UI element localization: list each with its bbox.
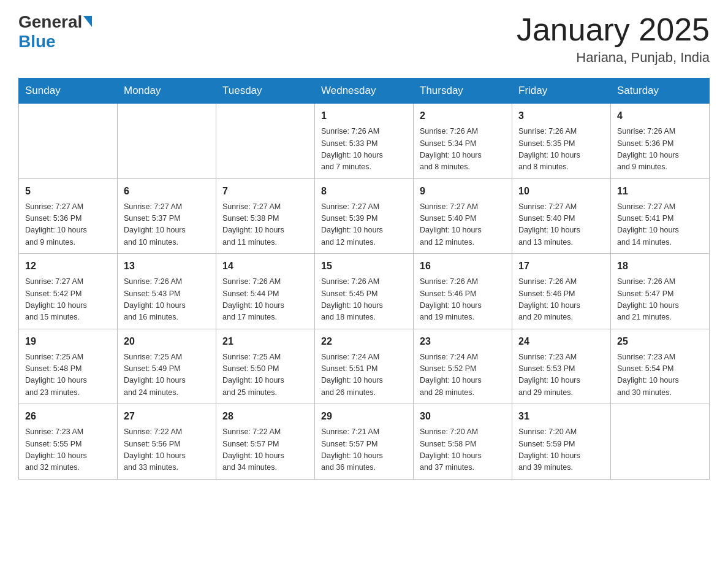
calendar-cell [19, 104, 118, 179]
weekday-header-monday: Monday [118, 79, 216, 104]
calendar-cell: 9Sunrise: 7:27 AMSunset: 5:40 PMDaylight… [414, 178, 512, 254]
day-info: Sunrise: 7:26 AMSunset: 5:46 PMDaylight:… [518, 276, 604, 324]
day-info: Sunrise: 7:27 AMSunset: 5:40 PMDaylight:… [420, 201, 506, 249]
day-number: 23 [420, 334, 506, 349]
calendar-cell: 26Sunrise: 7:23 AMSunset: 5:55 PMDayligh… [19, 404, 118, 480]
calendar-cell: 8Sunrise: 7:27 AMSunset: 5:39 PMDaylight… [315, 178, 414, 254]
day-info: Sunrise: 7:22 AMSunset: 5:57 PMDaylight:… [222, 426, 308, 474]
calendar-cell: 15Sunrise: 7:26 AMSunset: 5:45 PMDayligh… [315, 254, 414, 329]
day-info: Sunrise: 7:26 AMSunset: 5:35 PMDaylight:… [518, 126, 604, 174]
day-info: Sunrise: 7:26 AMSunset: 5:33 PMDaylight:… [321, 126, 407, 174]
day-number: 4 [617, 109, 703, 123]
calendar-cell: 23Sunrise: 7:24 AMSunset: 5:52 PMDayligh… [414, 329, 512, 404]
day-info: Sunrise: 7:22 AMSunset: 5:56 PMDaylight:… [124, 426, 210, 474]
calendar-table: SundayMondayTuesdayWednesdayThursdayFrid… [18, 78, 710, 480]
day-number: 26 [25, 409, 111, 424]
day-number: 29 [321, 409, 407, 424]
day-number: 3 [518, 109, 604, 123]
calendar-cell: 19Sunrise: 7:25 AMSunset: 5:48 PMDayligh… [19, 329, 118, 404]
day-info: Sunrise: 7:27 AMSunset: 5:40 PMDaylight:… [518, 201, 604, 249]
calendar-cell: 5Sunrise: 7:27 AMSunset: 5:36 PMDaylight… [19, 178, 118, 254]
calendar-cell [216, 104, 315, 179]
calendar-cell: 6Sunrise: 7:27 AMSunset: 5:37 PMDaylight… [118, 178, 216, 254]
day-number: 8 [321, 184, 407, 199]
day-number: 25 [617, 334, 703, 349]
day-info: Sunrise: 7:26 AMSunset: 5:47 PMDaylight:… [617, 276, 703, 324]
day-number: 7 [222, 184, 308, 199]
calendar-cell: 14Sunrise: 7:26 AMSunset: 5:44 PMDayligh… [216, 254, 315, 329]
day-info: Sunrise: 7:27 AMSunset: 5:38 PMDaylight:… [222, 201, 308, 249]
day-info: Sunrise: 7:23 AMSunset: 5:55 PMDaylight:… [25, 426, 111, 474]
day-info: Sunrise: 7:26 AMSunset: 5:46 PMDaylight:… [420, 276, 506, 324]
weekday-header-friday: Friday [512, 79, 611, 104]
calendar-cell: 2Sunrise: 7:26 AMSunset: 5:34 PMDaylight… [414, 104, 512, 179]
calendar-cell: 29Sunrise: 7:21 AMSunset: 5:57 PMDayligh… [315, 404, 414, 480]
day-number: 24 [518, 334, 604, 349]
day-number: 5 [25, 184, 111, 199]
day-number: 20 [124, 334, 210, 349]
calendar-week-row: 26Sunrise: 7:23 AMSunset: 5:55 PMDayligh… [19, 404, 710, 480]
logo-arrow-icon [83, 16, 92, 27]
month-title: January 2025 [517, 12, 710, 47]
weekday-header-sunday: Sunday [19, 79, 118, 104]
day-info: Sunrise: 7:25 AMSunset: 5:50 PMDaylight:… [222, 351, 308, 399]
day-number: 22 [321, 334, 407, 349]
day-number: 6 [124, 184, 210, 199]
calendar-cell: 7Sunrise: 7:27 AMSunset: 5:38 PMDaylight… [216, 178, 315, 254]
calendar-cell: 20Sunrise: 7:25 AMSunset: 5:49 PMDayligh… [118, 329, 216, 404]
calendar-week-row: 12Sunrise: 7:27 AMSunset: 5:42 PMDayligh… [19, 254, 710, 329]
calendar-week-row: 19Sunrise: 7:25 AMSunset: 5:48 PMDayligh… [19, 329, 710, 404]
day-info: Sunrise: 7:27 AMSunset: 5:39 PMDaylight:… [321, 201, 407, 249]
day-number: 30 [420, 409, 506, 424]
title-area: January 2025 Hariana, Punjab, India [517, 12, 710, 66]
day-number: 28 [222, 409, 308, 424]
day-info: Sunrise: 7:23 AMSunset: 5:54 PMDaylight:… [617, 351, 703, 399]
calendar-cell: 3Sunrise: 7:26 AMSunset: 5:35 PMDaylight… [512, 104, 611, 179]
calendar-cell: 13Sunrise: 7:26 AMSunset: 5:43 PMDayligh… [118, 254, 216, 329]
calendar-cell: 21Sunrise: 7:25 AMSunset: 5:50 PMDayligh… [216, 329, 315, 404]
page-header: General Blue January 2025 Hariana, Punja… [18, 12, 710, 66]
day-number: 1 [321, 109, 407, 123]
weekday-header-tuesday: Tuesday [216, 79, 315, 104]
weekday-header-thursday: Thursday [414, 79, 512, 104]
day-info: Sunrise: 7:25 AMSunset: 5:48 PMDaylight:… [25, 351, 111, 399]
day-info: Sunrise: 7:21 AMSunset: 5:57 PMDaylight:… [321, 426, 407, 474]
day-info: Sunrise: 7:26 AMSunset: 5:34 PMDaylight:… [420, 126, 506, 174]
day-number: 2 [420, 109, 506, 123]
weekday-header-row: SundayMondayTuesdayWednesdayThursdayFrid… [19, 79, 710, 104]
day-number: 31 [518, 409, 604, 424]
day-info: Sunrise: 7:23 AMSunset: 5:53 PMDaylight:… [518, 351, 604, 399]
logo: General Blue [18, 12, 92, 52]
calendar-cell: 22Sunrise: 7:24 AMSunset: 5:51 PMDayligh… [315, 329, 414, 404]
calendar-week-row: 5Sunrise: 7:27 AMSunset: 5:36 PMDaylight… [19, 178, 710, 254]
calendar-week-row: 1Sunrise: 7:26 AMSunset: 5:33 PMDaylight… [19, 104, 710, 179]
calendar-cell: 12Sunrise: 7:27 AMSunset: 5:42 PMDayligh… [19, 254, 118, 329]
calendar-cell: 25Sunrise: 7:23 AMSunset: 5:54 PMDayligh… [611, 329, 710, 404]
day-number: 17 [518, 259, 604, 274]
logo-blue-part [82, 17, 92, 27]
day-number: 27 [124, 409, 210, 424]
day-info: Sunrise: 7:27 AMSunset: 5:41 PMDaylight:… [617, 201, 703, 249]
calendar-cell: 1Sunrise: 7:26 AMSunset: 5:33 PMDaylight… [315, 104, 414, 179]
weekday-header-saturday: Saturday [611, 79, 710, 104]
day-number: 16 [420, 259, 506, 274]
calendar-cell: 24Sunrise: 7:23 AMSunset: 5:53 PMDayligh… [512, 329, 611, 404]
day-info: Sunrise: 7:24 AMSunset: 5:51 PMDaylight:… [321, 351, 407, 399]
day-info: Sunrise: 7:20 AMSunset: 5:59 PMDaylight:… [518, 426, 604, 474]
calendar-cell: 16Sunrise: 7:26 AMSunset: 5:46 PMDayligh… [414, 254, 512, 329]
day-info: Sunrise: 7:20 AMSunset: 5:58 PMDaylight:… [420, 426, 506, 474]
calendar-cell: 31Sunrise: 7:20 AMSunset: 5:59 PMDayligh… [512, 404, 611, 480]
day-number: 13 [124, 259, 210, 274]
day-number: 21 [222, 334, 308, 349]
day-number: 15 [321, 259, 407, 274]
day-number: 18 [617, 259, 703, 274]
calendar-cell: 10Sunrise: 7:27 AMSunset: 5:40 PMDayligh… [512, 178, 611, 254]
day-info: Sunrise: 7:26 AMSunset: 5:36 PMDaylight:… [617, 126, 703, 174]
day-number: 11 [617, 184, 703, 199]
weekday-header-wednesday: Wednesday [315, 79, 414, 104]
day-number: 9 [420, 184, 506, 199]
day-number: 19 [25, 334, 111, 349]
logo-general-text: General [18, 12, 82, 32]
calendar-cell [611, 404, 710, 480]
calendar-cell: 27Sunrise: 7:22 AMSunset: 5:56 PMDayligh… [118, 404, 216, 480]
